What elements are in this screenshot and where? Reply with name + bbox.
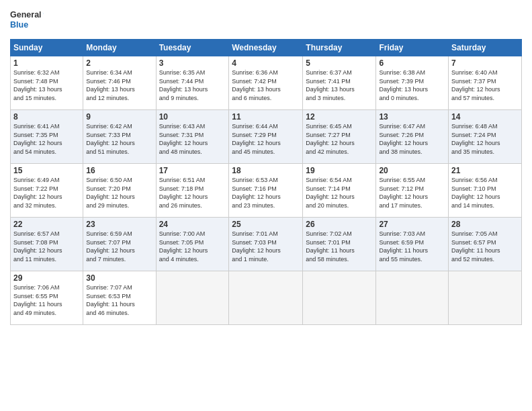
cell-details: Sunrise: 6:43 AMSunset: 7:31 PMDaylight:… (159, 122, 226, 156)
day-number: 25 (232, 220, 300, 229)
cell-details: Sunrise: 6:42 AMSunset: 7:33 PMDaylight:… (86, 122, 152, 156)
day-number: 2 (86, 58, 152, 68)
day-number: 9 (86, 112, 152, 122)
calendar-cell (376, 271, 449, 325)
cell-details: Sunrise: 7:00 AMSunset: 7:05 PMDaylight:… (159, 230, 226, 263)
calendar-week-row: 1Sunrise: 6:32 AMSunset: 7:48 PMDaylight… (11, 56, 522, 110)
day-number: 28 (451, 220, 519, 229)
calendar-cell: 1Sunrise: 6:32 AMSunset: 7:48 PMDaylight… (11, 56, 83, 110)
day-number: 7 (451, 58, 519, 68)
day-number: 13 (379, 112, 445, 122)
calendar-week-row: 22Sunrise: 6:57 AMSunset: 7:08 PMDayligh… (11, 218, 522, 271)
calendar-header-row: Sunday Monday Tuesday Wednesday Thursday… (11, 40, 522, 56)
cell-details: Sunrise: 6:44 AMSunset: 7:29 PMDaylight:… (232, 122, 300, 156)
cell-details: Sunrise: 6:54 AMSunset: 7:14 PMDaylight:… (306, 176, 373, 210)
cell-details: Sunrise: 6:59 AMSunset: 7:07 PMDaylight:… (86, 230, 152, 263)
calendar-cell: 25Sunrise: 7:01 AMSunset: 7:03 PMDayligh… (229, 218, 303, 271)
calendar-cell: 3Sunrise: 6:35 AMSunset: 7:44 PMDaylight… (156, 56, 229, 110)
day-number: 24 (159, 220, 226, 229)
logo-svg: General Blue (10, 7, 44, 34)
cell-details: Sunrise: 6:41 AMSunset: 7:35 PMDaylight:… (13, 122, 80, 156)
calendar-cell: 27Sunrise: 7:03 AMSunset: 6:59 PMDayligh… (376, 218, 449, 271)
cell-details: Sunrise: 6:50 AMSunset: 7:20 PMDaylight:… (86, 176, 152, 210)
calendar-cell: 12Sunrise: 6:45 AMSunset: 7:27 PMDayligh… (303, 110, 376, 164)
calendar-cell: 29Sunrise: 7:06 AMSunset: 6:55 PMDayligh… (11, 271, 83, 325)
day-number: 14 (451, 112, 519, 122)
cell-details: Sunrise: 6:57 AMSunset: 7:08 PMDaylight:… (13, 230, 80, 263)
cell-details: Sunrise: 6:51 AMSunset: 7:18 PMDaylight:… (159, 176, 226, 210)
calendar-cell (303, 271, 376, 325)
calendar-cell: 10Sunrise: 6:43 AMSunset: 7:31 PMDayligh… (156, 110, 229, 164)
cell-details: Sunrise: 6:48 AMSunset: 7:24 PMDaylight:… (451, 122, 519, 156)
day-number: 1 (13, 58, 80, 68)
day-number: 29 (13, 273, 80, 283)
cell-details: Sunrise: 6:47 AMSunset: 7:26 PMDaylight:… (379, 122, 445, 156)
logo: General Blue (10, 7, 44, 34)
svg-text:Blue: Blue (10, 20, 28, 30)
day-number: 17 (159, 166, 226, 175)
calendar-cell: 8Sunrise: 6:41 AMSunset: 7:35 PMDaylight… (11, 110, 83, 164)
calendar-cell: 7Sunrise: 6:40 AMSunset: 7:37 PMDaylight… (449, 56, 522, 110)
calendar-cell: 24Sunrise: 7:00 AMSunset: 7:05 PMDayligh… (156, 218, 229, 271)
col-saturday: Saturday (449, 40, 522, 56)
cell-details: Sunrise: 6:56 AMSunset: 7:10 PMDaylight:… (451, 176, 519, 210)
calendar-cell: 23Sunrise: 6:59 AMSunset: 7:07 PMDayligh… (83, 218, 156, 271)
calendar-week-row: 15Sunrise: 6:49 AMSunset: 7:22 PMDayligh… (11, 164, 522, 218)
day-number: 18 (232, 166, 300, 175)
calendar-cell: 26Sunrise: 7:02 AMSunset: 7:01 PMDayligh… (303, 218, 376, 271)
day-number: 20 (379, 166, 445, 175)
cell-details: Sunrise: 7:02 AMSunset: 7:01 PMDaylight:… (306, 230, 373, 263)
day-number: 19 (306, 166, 373, 175)
cell-details: Sunrise: 6:36 AMSunset: 7:42 PMDaylight:… (232, 68, 300, 102)
col-tuesday: Tuesday (156, 40, 229, 56)
cell-details: Sunrise: 6:34 AMSunset: 7:46 PMDaylight:… (86, 68, 152, 102)
col-thursday: Thursday (303, 40, 376, 56)
page-header: General Blue (10, 7, 522, 34)
day-number: 5 (306, 58, 373, 68)
cell-details: Sunrise: 6:49 AMSunset: 7:22 PMDaylight:… (13, 176, 80, 210)
day-number: 3 (159, 58, 226, 68)
cell-details: Sunrise: 7:07 AMSunset: 6:53 PMDaylight:… (86, 283, 152, 317)
day-number: 8 (13, 112, 80, 122)
calendar-cell: 19Sunrise: 6:54 AMSunset: 7:14 PMDayligh… (303, 164, 376, 218)
cell-details: Sunrise: 6:37 AMSunset: 7:41 PMDaylight:… (306, 68, 373, 102)
calendar-cell: 20Sunrise: 6:55 AMSunset: 7:12 PMDayligh… (376, 164, 449, 218)
calendar-cell: 13Sunrise: 6:47 AMSunset: 7:26 PMDayligh… (376, 110, 449, 164)
cell-details: Sunrise: 7:01 AMSunset: 7:03 PMDaylight:… (232, 230, 300, 263)
calendar-cell: 9Sunrise: 6:42 AMSunset: 7:33 PMDaylight… (83, 110, 156, 164)
calendar-cell (449, 271, 522, 325)
calendar-cell: 5Sunrise: 6:37 AMSunset: 7:41 PMDaylight… (303, 56, 376, 110)
col-friday: Friday (376, 40, 449, 56)
calendar-week-row: 29Sunrise: 7:06 AMSunset: 6:55 PMDayligh… (11, 271, 522, 325)
calendar-cell (156, 271, 229, 325)
day-number: 30 (86, 273, 152, 283)
calendar-cell: 17Sunrise: 6:51 AMSunset: 7:18 PMDayligh… (156, 164, 229, 218)
col-sunday: Sunday (11, 40, 83, 56)
calendar-cell: 21Sunrise: 6:56 AMSunset: 7:10 PMDayligh… (449, 164, 522, 218)
col-monday: Monday (83, 40, 156, 56)
day-number: 26 (306, 220, 373, 229)
cell-details: Sunrise: 6:38 AMSunset: 7:39 PMDaylight:… (379, 68, 445, 102)
cell-details: Sunrise: 7:03 AMSunset: 6:59 PMDaylight:… (379, 230, 445, 263)
calendar-week-row: 8Sunrise: 6:41 AMSunset: 7:35 PMDaylight… (11, 110, 522, 164)
calendar-cell: 4Sunrise: 6:36 AMSunset: 7:42 PMDaylight… (229, 56, 303, 110)
calendar-cell: 11Sunrise: 6:44 AMSunset: 7:29 PMDayligh… (229, 110, 303, 164)
day-number: 27 (379, 220, 445, 229)
calendar-cell: 16Sunrise: 6:50 AMSunset: 7:20 PMDayligh… (83, 164, 156, 218)
day-number: 22 (13, 220, 80, 229)
day-number: 23 (86, 220, 152, 229)
day-number: 10 (159, 112, 226, 122)
day-number: 15 (13, 166, 80, 175)
calendar-cell: 14Sunrise: 6:48 AMSunset: 7:24 PMDayligh… (449, 110, 522, 164)
calendar-table: Sunday Monday Tuesday Wednesday Thursday… (10, 39, 522, 325)
svg-text:General: General (10, 10, 42, 19)
calendar-cell: 30Sunrise: 7:07 AMSunset: 6:53 PMDayligh… (83, 271, 156, 325)
day-number: 16 (86, 166, 152, 175)
col-wednesday: Wednesday (229, 40, 303, 56)
day-number: 4 (232, 58, 300, 68)
calendar-cell: 2Sunrise: 6:34 AMSunset: 7:46 PMDaylight… (83, 56, 156, 110)
day-number: 11 (232, 112, 300, 122)
svg-marker-3 (42, 12, 44, 17)
cell-details: Sunrise: 6:53 AMSunset: 7:16 PMDaylight:… (232, 176, 300, 210)
calendar-cell: 22Sunrise: 6:57 AMSunset: 7:08 PMDayligh… (11, 218, 83, 271)
